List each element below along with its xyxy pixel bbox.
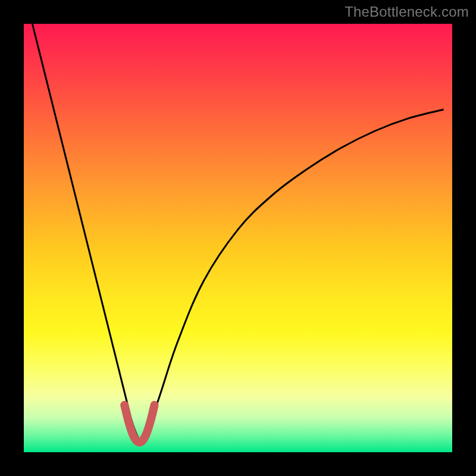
watermark-text: TheBottleneck.com <box>345 4 469 20</box>
plot-area <box>24 24 452 452</box>
series-optimal-marker <box>124 405 154 443</box>
chart-svg <box>24 24 452 452</box>
series-bottleneck-curve <box>32 24 443 440</box>
chart-frame: TheBottleneck.com <box>0 0 476 476</box>
series-group <box>32 24 443 442</box>
